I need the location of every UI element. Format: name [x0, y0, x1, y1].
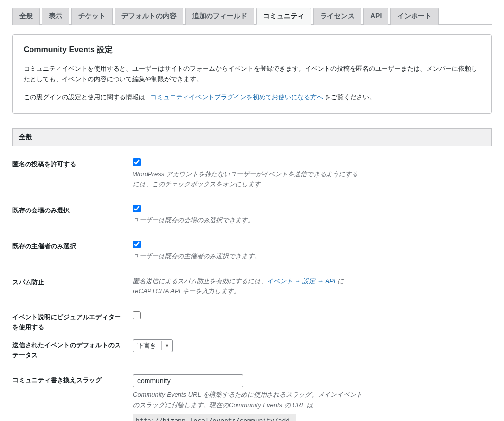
checkbox-allow-anonymous[interactable]: [133, 158, 141, 166]
tab-additional-fields[interactable]: 追加のフィールド: [185, 8, 254, 25]
tab-display[interactable]: 表示: [42, 8, 69, 25]
checkbox-visual-editor[interactable]: [133, 311, 141, 319]
checkbox-existing-venues-only[interactable]: [133, 205, 141, 212]
tab-api[interactable]: API: [363, 8, 388, 25]
label-visual-editor: イベント説明にビジュアルエディターを使用する: [12, 311, 133, 331]
desc-rewrite-slug: Community Events URL を構築するために使用されるスラッグ。メ…: [133, 390, 364, 411]
url-add: http://bizapp.local/events/community/add: [136, 417, 290, 421]
input-rewrite-slug[interactable]: [133, 374, 243, 387]
label-default-status: 送信されたイベントのデフォルトのステータス: [12, 339, 133, 360]
tab-community[interactable]: コミュニティ: [256, 8, 311, 25]
desc-existing-venues-only: ユーザーは既存の会場のみ選択できます。: [133, 215, 364, 226]
desc-existing-organizers-only: ユーザーは既存の主催者のみ選択できます。: [133, 251, 364, 262]
tab-tickets[interactable]: チケット: [71, 8, 113, 25]
label-existing-venues-only: 既存の会場のみ選択: [12, 205, 133, 215]
tab-general[interactable]: 全般: [12, 8, 40, 25]
label-allow-anonymous: 匿名の投稿を許可する: [12, 158, 133, 169]
tab-import[interactable]: インポート: [390, 8, 439, 25]
select-default-status-value: 下書き: [137, 341, 156, 350]
intro-link-getting-started[interactable]: コミュニティイベントプラグインを初めてお使いになる方へ: [150, 93, 323, 101]
url-list: http://bizapp.local/events/community/add…: [133, 414, 296, 421]
label-existing-organizers-only: 既存の主催者のみ選択: [12, 241, 133, 251]
chevron-down-icon: ▼: [165, 343, 169, 348]
tab-defaults[interactable]: デフォルトの内容: [115, 8, 183, 25]
checkbox-existing-organizers-only[interactable]: [133, 241, 141, 248]
intro-panel: Community Events 設定 コミュニティイベントを使用すると、ユーザ…: [12, 34, 492, 114]
link-events-settings-api[interactable]: イベント → 設定 → API: [267, 277, 335, 285]
intro-p2: この裏グインの設定と使用に関する情報は コミュニティイベントプラグインを初めてお…: [24, 92, 480, 103]
select-default-status[interactable]: 下書き ▼: [133, 339, 173, 352]
settings-tabs: 全般 表示 チケット デフォルトの内容 追加のフィールド コミュニティ ライセン…: [12, 7, 492, 25]
desc-allow-anonymous: WordPress アカウントを持たないユーザーがイベントを送信できるようにする…: [133, 169, 364, 190]
intro-p1: コミュニティイベントを使用すると、ユーザーはサイトのフォームからイベントを登録で…: [24, 64, 480, 85]
label-spam-prevention: スパム防止: [12, 276, 133, 287]
desc-spam-prevention: 匿名送信によるスパム防止を有効にするには、イベント → 設定 → API にre…: [133, 276, 364, 297]
intro-heading: Community Events 設定: [24, 45, 480, 55]
tab-license[interactable]: ライセンス: [313, 8, 361, 25]
section-header-general: 全般: [12, 128, 492, 146]
label-rewrite-slug: コミュニティ書き換えスラッグ: [12, 374, 133, 385]
